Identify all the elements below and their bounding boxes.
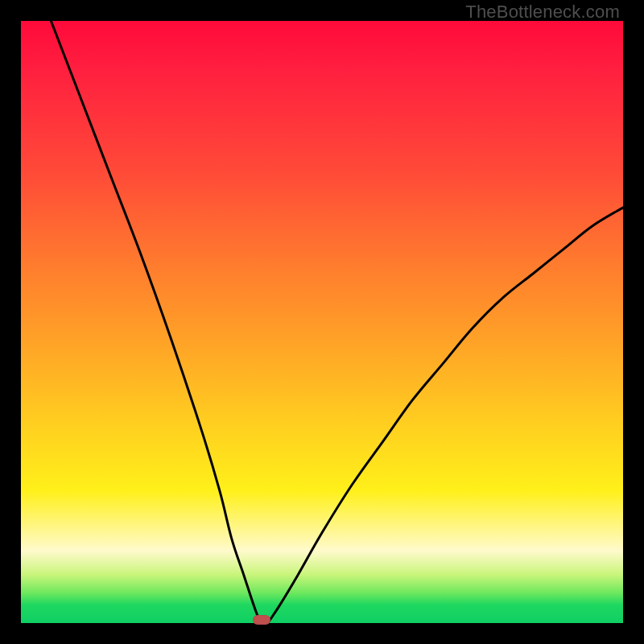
chart-frame: TheBottleneck.com (0, 0, 644, 644)
plot-area (21, 21, 623, 623)
bottleneck-curve (21, 21, 623, 623)
watermark-text: TheBottleneck.com (465, 2, 620, 23)
curve-path (51, 21, 623, 625)
optimum-marker (253, 615, 270, 625)
